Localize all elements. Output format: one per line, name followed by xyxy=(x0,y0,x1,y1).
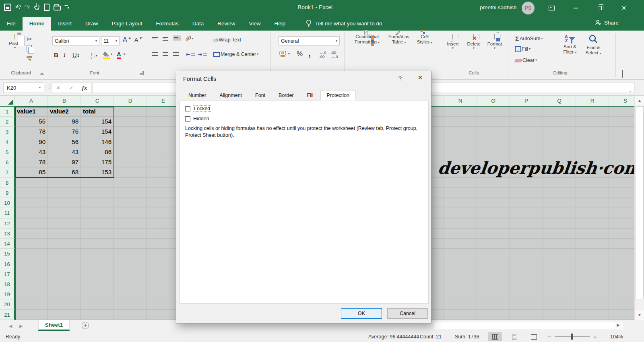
cell-O9[interactable] xyxy=(477,188,510,198)
sheet-tab-active[interactable]: Sheet1 xyxy=(38,320,70,331)
cell-N18[interactable] xyxy=(444,279,477,289)
cell-B18[interactable] xyxy=(48,279,81,289)
hidden-label[interactable]: Hidden xyxy=(193,116,209,122)
row-header-14[interactable]: 14 xyxy=(0,239,15,249)
dialog-tab-font[interactable]: Font xyxy=(249,90,272,101)
cell-A7[interactable]: 85 xyxy=(15,167,48,177)
row-header-20[interactable]: 20 xyxy=(0,299,15,309)
cell-O20[interactable] xyxy=(477,299,510,309)
insert-cells-button[interactable]: ← Insert ▾ xyxy=(443,34,463,50)
cell-B6[interactable]: 97 xyxy=(48,157,81,167)
select-all-corner[interactable] xyxy=(0,96,15,107)
zoom-out-icon[interactable]: − xyxy=(547,333,551,340)
cell-C1[interactable]: total xyxy=(81,107,114,117)
paste-button[interactable]: Paste ▾ xyxy=(5,34,25,49)
customize-qat-icon[interactable]: ▔▾ xyxy=(65,5,69,10)
cell-N2[interactable] xyxy=(444,117,477,127)
align-bottom-button[interactable] xyxy=(173,35,181,41)
cell-D19[interactable] xyxy=(114,289,147,299)
cell-C10[interactable] xyxy=(81,198,114,208)
cell-N15[interactable] xyxy=(444,249,477,259)
cell-R19[interactable] xyxy=(576,289,609,299)
cell-E10[interactable] xyxy=(147,198,180,208)
cell-B11[interactable] xyxy=(48,208,81,218)
conditional-formatting-button[interactable]: ≠ ConditionalFormatting ▾ xyxy=(349,34,385,45)
cell-B1[interactable]: value2 xyxy=(48,107,81,117)
tab-formulas[interactable]: Formulas xyxy=(149,17,185,31)
cell-N8[interactable] xyxy=(444,178,477,188)
cell-P20[interactable] xyxy=(510,299,543,309)
status-average[interactable]: Average: 96.44444444 xyxy=(368,334,419,340)
cell-P19[interactable] xyxy=(510,289,543,299)
cell-P12[interactable] xyxy=(510,218,543,229)
zoom-in-icon[interactable]: + xyxy=(593,333,597,340)
cell-B15[interactable] xyxy=(48,249,81,259)
font-color-button[interactable]: A▾ xyxy=(117,51,125,58)
cell-O13[interactable] xyxy=(477,229,510,239)
cell-P4[interactable] xyxy=(510,137,543,147)
autosum-dropdown-icon[interactable]: ▾ xyxy=(541,37,543,40)
cell-C13[interactable] xyxy=(81,229,114,239)
find-select-button[interactable]: Find &Select ▾ xyxy=(582,34,605,56)
formula-enter-icon[interactable]: ✓ xyxy=(69,85,74,91)
cell-B12[interactable] xyxy=(48,218,81,229)
cell-B4[interactable]: 56 xyxy=(48,137,81,147)
cell-D17[interactable] xyxy=(114,269,147,279)
restore-button[interactable] xyxy=(594,3,606,13)
cell-B13[interactable] xyxy=(48,229,81,239)
cell-D5[interactable] xyxy=(114,147,147,157)
cell-R20[interactable] xyxy=(576,299,609,309)
cell-O11[interactable] xyxy=(477,208,510,218)
cell-O12[interactable] xyxy=(477,218,510,229)
tab-insert[interactable]: Insert xyxy=(51,17,78,31)
cell-B20[interactable] xyxy=(48,299,81,309)
cell-O5[interactable] xyxy=(477,147,510,157)
cell-R11[interactable] xyxy=(576,208,609,218)
cell-Q10[interactable] xyxy=(543,198,576,208)
touch-mode-dropdown-icon[interactable]: ▾ xyxy=(37,7,39,11)
delete-cells-button[interactable]: ✕ Delete ▾ xyxy=(464,34,484,50)
cell-B21[interactable] xyxy=(48,310,81,320)
tab-review[interactable]: Review xyxy=(211,17,242,31)
cell-P21[interactable] xyxy=(510,310,543,320)
sort-filter-dropdown-icon[interactable]: ▾ xyxy=(575,51,576,54)
align-middle-button[interactable] xyxy=(163,36,168,41)
cell-N1[interactable] xyxy=(444,107,477,117)
cell-C14[interactable] xyxy=(81,239,114,249)
cell-A6[interactable]: 78 xyxy=(15,157,48,167)
tab-home[interactable]: Home xyxy=(23,17,52,31)
cell-O14[interactable] xyxy=(477,239,510,249)
cell-C5[interactable]: 86 xyxy=(81,147,114,157)
cell-N10[interactable] xyxy=(444,198,477,208)
cell-A4[interactable]: 90 xyxy=(15,137,48,147)
merge-center-dropdown-icon[interactable]: ▾ xyxy=(257,53,258,56)
cell-O8[interactable] xyxy=(477,178,510,188)
row-header-2[interactable]: 2 xyxy=(0,117,15,127)
cell-P10[interactable] xyxy=(510,198,543,208)
cell-E18[interactable] xyxy=(147,279,180,289)
cell-E21[interactable] xyxy=(147,310,180,320)
cell-E8[interactable] xyxy=(147,178,180,188)
bold-button[interactable]: B xyxy=(54,52,58,58)
cell-R5[interactable] xyxy=(576,147,609,157)
cell-Q11[interactable] xyxy=(543,208,576,218)
cell-A5[interactable]: 43 xyxy=(15,147,48,157)
cell-Q18[interactable] xyxy=(543,279,576,289)
cell-N3[interactable] xyxy=(444,127,477,137)
row-header-17[interactable]: 17 xyxy=(0,269,15,279)
cell-E13[interactable] xyxy=(147,229,180,239)
cell-R18[interactable] xyxy=(576,279,609,289)
cell-A12[interactable] xyxy=(15,218,48,229)
autosum-button[interactable]: Σ AutoSum ▾ xyxy=(515,35,543,42)
cell-P9[interactable] xyxy=(510,188,543,198)
cell-D6[interactable] xyxy=(114,157,147,167)
cell-A13[interactable] xyxy=(15,229,48,239)
undo-dropdown-icon[interactable]: ▾ xyxy=(19,6,20,10)
cell-C11[interactable] xyxy=(81,208,114,218)
minimize-button[interactable] xyxy=(570,3,582,13)
row-header-13[interactable]: 13 xyxy=(0,229,15,239)
conditional-formatting-dropdown-icon[interactable]: ▾ xyxy=(378,41,380,44)
cell-Q1[interactable] xyxy=(543,107,576,117)
cell-O17[interactable] xyxy=(477,269,510,279)
fill-color-button[interactable]: ▾ xyxy=(103,51,112,58)
